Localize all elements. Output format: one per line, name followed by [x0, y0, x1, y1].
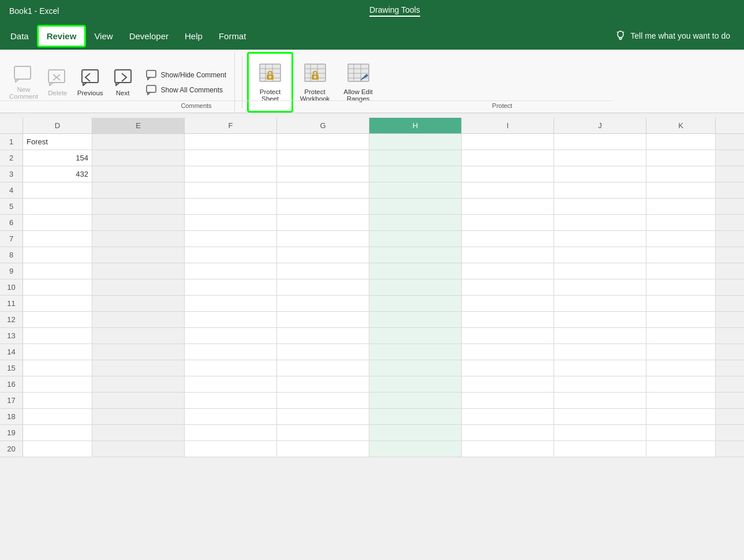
table-row[interactable]: 6 [0, 215, 744, 231]
table-row[interactable]: 19 [0, 425, 744, 441]
cell[interactable] [185, 182, 277, 198]
cell[interactable] [462, 376, 554, 392]
cell[interactable] [554, 150, 646, 166]
cell[interactable]: Forest [23, 134, 92, 150]
cell[interactable] [185, 425, 277, 440]
cell[interactable] [277, 441, 369, 457]
cell[interactable]: 154 [23, 150, 92, 166]
cell[interactable] [277, 425, 369, 440]
cell[interactable] [554, 425, 646, 440]
table-row[interactable]: 13 [0, 328, 744, 344]
cell[interactable] [277, 263, 369, 279]
cell[interactable] [369, 409, 462, 424]
table-row[interactable]: 18 [0, 409, 744, 425]
cell[interactable] [185, 376, 277, 392]
cell[interactable] [92, 344, 185, 360]
cell[interactable] [23, 425, 92, 440]
cell[interactable] [92, 360, 185, 376]
cell[interactable] [277, 134, 369, 150]
cell[interactable] [462, 166, 554, 182]
cell[interactable] [185, 393, 277, 408]
cell[interactable] [462, 393, 554, 408]
cell[interactable] [646, 182, 716, 198]
cell[interactable] [369, 134, 462, 150]
cell[interactable] [554, 296, 646, 311]
cell[interactable] [554, 344, 646, 360]
cell[interactable] [554, 360, 646, 376]
cell[interactable] [646, 312, 716, 327]
cell[interactable] [185, 279, 277, 295]
table-row[interactable]: 7 [0, 231, 744, 247]
cell[interactable] [646, 441, 716, 457]
cell[interactable] [554, 166, 646, 182]
table-row[interactable]: 17 [0, 393, 744, 409]
cell[interactable] [92, 425, 185, 440]
cell[interactable] [277, 312, 369, 327]
cell[interactable] [462, 360, 554, 376]
cell[interactable] [277, 409, 369, 424]
cell[interactable] [369, 344, 462, 360]
cell[interactable] [92, 263, 185, 279]
cell[interactable] [23, 360, 92, 376]
cell[interactable] [462, 344, 554, 360]
cell[interactable] [92, 134, 185, 150]
cell[interactable] [462, 231, 554, 247]
cell[interactable] [646, 166, 716, 182]
cell[interactable] [277, 296, 369, 311]
cell[interactable] [277, 344, 369, 360]
table-row[interactable]: 14 [0, 344, 744, 360]
cell[interactable] [23, 296, 92, 311]
cell[interactable] [554, 409, 646, 424]
cell[interactable] [646, 425, 716, 440]
cell[interactable] [554, 328, 646, 344]
cell[interactable] [462, 199, 554, 214]
cell[interactable] [92, 376, 185, 392]
cell[interactable] [554, 312, 646, 327]
cell[interactable] [277, 182, 369, 198]
cell[interactable] [369, 393, 462, 408]
cell[interactable] [462, 296, 554, 311]
cell[interactable] [23, 376, 92, 392]
cell[interactable] [23, 215, 92, 230]
cell[interactable] [92, 409, 185, 424]
cell[interactable] [462, 441, 554, 457]
col-header-j[interactable]: J [554, 118, 646, 133]
cell[interactable] [646, 134, 716, 150]
cell[interactable] [185, 441, 277, 457]
cell[interactable] [646, 279, 716, 295]
cell[interactable] [554, 231, 646, 247]
cell[interactable] [92, 247, 185, 263]
cell[interactable] [277, 150, 369, 166]
cell[interactable] [646, 215, 716, 230]
cell[interactable] [23, 441, 92, 457]
table-row[interactable]: 11 [0, 296, 744, 312]
menu-item-view[interactable]: View [86, 27, 121, 46]
cell[interactable] [23, 231, 92, 247]
cell[interactable] [554, 182, 646, 198]
cell[interactable] [23, 199, 92, 214]
table-row[interactable]: 16 [0, 376, 744, 393]
cell[interactable] [277, 376, 369, 392]
cell[interactable] [646, 247, 716, 263]
menu-item-review[interactable]: Review [37, 25, 87, 47]
cell[interactable] [462, 247, 554, 263]
cell[interactable] [646, 344, 716, 360]
cell[interactable] [369, 425, 462, 440]
cell[interactable] [369, 247, 462, 263]
cell[interactable] [277, 279, 369, 295]
cell[interactable] [369, 166, 462, 182]
menu-item-data[interactable]: Data [2, 27, 37, 46]
col-header-d[interactable]: D [23, 118, 92, 133]
cell[interactable] [185, 247, 277, 263]
table-row[interactable]: 2154 [0, 150, 744, 166]
cell[interactable] [646, 360, 716, 376]
col-header-k[interactable]: K [646, 118, 716, 133]
cell[interactable] [185, 296, 277, 311]
menu-item-developer[interactable]: Developer [121, 27, 177, 46]
cell[interactable] [646, 199, 716, 214]
cell[interactable] [369, 441, 462, 457]
cell[interactable] [554, 279, 646, 295]
cell[interactable] [646, 150, 716, 166]
cell[interactable] [646, 393, 716, 408]
cell[interactable] [369, 150, 462, 166]
